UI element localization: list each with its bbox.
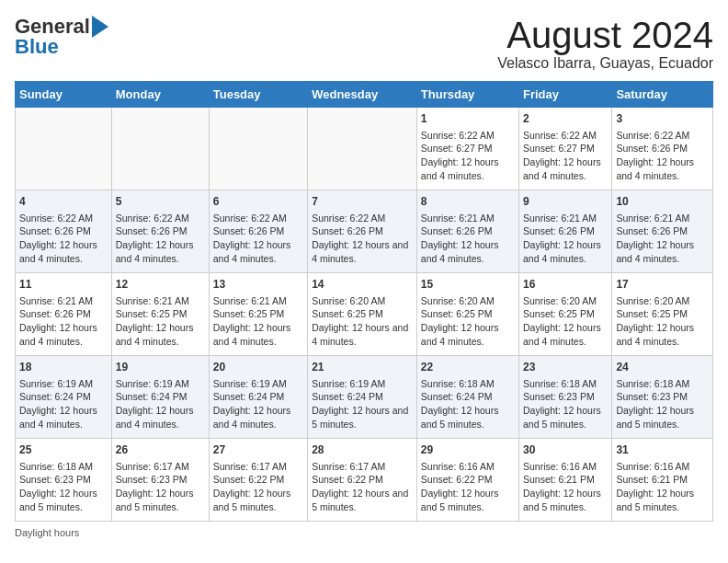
day-info: Sunset: 6:24 PM [312,390,413,404]
day-info: Daylight: 12 hours and 4 minutes. [421,238,515,265]
day-info: Sunrise: 6:16 AM [523,460,608,474]
day-info: Sunrise: 6:18 AM [616,377,709,391]
day-info: Daylight: 12 hours and 4 minutes. [116,238,205,265]
day-info: Sunrise: 6:22 AM [616,129,709,143]
day-info: Sunrise: 6:21 AM [213,294,303,308]
day-info: Sunrise: 6:22 AM [213,212,303,225]
day-info: Sunrise: 6:18 AM [19,460,108,474]
day-number: 11 [19,277,108,293]
footer: Daylight hours [15,527,713,538]
day-info: Sunrise: 6:20 AM [421,294,515,308]
col-header-tuesday: Tuesday [209,82,307,108]
calendar-cell: 16Sunrise: 6:20 AMSunset: 6:25 PMDayligh… [519,273,612,356]
day-info: Sunset: 6:25 PM [213,307,303,321]
day-info: Daylight: 12 hours and 5 minutes. [616,404,709,431]
calendar-cell: 19Sunrise: 6:19 AMSunset: 6:24 PMDayligh… [111,356,209,439]
day-info: Sunrise: 6:21 AM [523,212,608,225]
day-info: Sunset: 6:23 PM [19,473,108,487]
page-header: General Blue August 2024 Velasco Ibarra,… [15,15,713,72]
day-number: 16 [523,277,608,293]
day-info: Sunrise: 6:20 AM [616,294,709,308]
day-info: Sunrise: 6:21 AM [616,212,709,225]
day-info: Daylight: 12 hours and 4 minutes. [523,155,608,182]
logo-arrow-icon [92,16,108,38]
day-info: Sunset: 6:26 PM [116,224,205,238]
calendar-cell: 9Sunrise: 6:21 AMSunset: 6:26 PMDaylight… [519,190,612,273]
day-info: Sunrise: 6:19 AM [213,377,303,391]
day-info: Sunrise: 6:19 AM [19,377,108,391]
calendar-cell: 1Sunrise: 6:22 AMSunset: 6:27 PMDaylight… [416,108,518,190]
day-info: Daylight: 12 hours and 5 minutes. [19,487,108,513]
logo-blue: Blue [15,35,59,59]
col-header-sunday: Sunday [16,82,112,108]
day-info: Sunset: 6:26 PM [19,224,108,238]
day-number: 30 [523,442,608,458]
day-info: Sunset: 6:26 PM [616,142,709,155]
day-info: Daylight: 12 hours and 4 minutes. [616,155,709,182]
daylight-hours-label: Daylight hours [15,527,79,538]
day-number: 28 [312,442,413,458]
col-header-monday: Monday [111,82,209,108]
day-info: Sunset: 6:25 PM [616,307,709,321]
day-info: Sunrise: 6:17 AM [312,460,413,474]
calendar-title: August 2024 [497,15,713,55]
day-info: Sunrise: 6:22 AM [523,129,608,143]
day-info: Sunrise: 6:19 AM [312,377,413,391]
calendar-cell: 4Sunrise: 6:22 AMSunset: 6:26 PMDaylight… [16,190,112,273]
day-info: Sunrise: 6:20 AM [523,294,608,308]
day-info: Sunset: 6:26 PM [616,224,709,238]
calendar-cell: 20Sunrise: 6:19 AMSunset: 6:24 PMDayligh… [209,356,307,439]
calendar-cell [111,108,209,190]
day-number: 23 [523,360,608,375]
col-header-wednesday: Wednesday [308,82,417,108]
day-info: Sunrise: 6:22 AM [421,129,515,143]
calendar-cell: 5Sunrise: 6:22 AMSunset: 6:26 PMDaylight… [111,190,209,273]
day-info: Daylight: 12 hours and 5 minutes. [421,404,515,431]
day-number: 24 [616,360,709,375]
day-number: 12 [116,277,205,293]
calendar-cell: 21Sunrise: 6:19 AMSunset: 6:24 PMDayligh… [308,356,417,439]
day-info: Sunset: 6:21 PM [616,473,709,487]
day-info: Sunrise: 6:22 AM [19,212,108,225]
day-info: Sunset: 6:24 PM [116,390,205,404]
calendar-cell [308,108,417,190]
day-info: Sunrise: 6:18 AM [421,377,515,391]
day-info: Daylight: 12 hours and 5 minutes. [421,487,515,513]
day-info: Sunset: 6:24 PM [421,390,515,404]
day-info: Daylight: 12 hours and 5 minutes. [312,404,413,431]
day-number: 1 [421,111,515,127]
day-info: Daylight: 12 hours and 4 minutes. [421,321,515,348]
day-info: Sunrise: 6:16 AM [616,460,709,474]
day-info: Sunrise: 6:22 AM [116,212,205,225]
day-number: 26 [116,442,205,458]
day-info: Daylight: 12 hours and 4 minutes. [421,155,515,182]
day-info: Daylight: 12 hours and 4 minutes. [213,404,303,431]
day-number: 18 [19,360,108,375]
day-number: 13 [213,277,303,293]
day-info: Daylight: 12 hours and 4 minutes. [19,321,108,348]
calendar-cell: 2Sunrise: 6:22 AMSunset: 6:27 PMDaylight… [519,108,612,190]
calendar-cell: 22Sunrise: 6:18 AMSunset: 6:24 PMDayligh… [416,356,518,439]
day-info: Sunrise: 6:18 AM [523,377,608,391]
day-number: 22 [421,360,515,375]
day-info: Daylight: 12 hours and 4 minutes. [213,238,303,265]
day-info: Daylight: 12 hours and 4 minutes. [616,321,709,348]
calendar-cell: 25Sunrise: 6:18 AMSunset: 6:23 PMDayligh… [16,439,112,522]
calendar-cell: 11Sunrise: 6:21 AMSunset: 6:26 PMDayligh… [16,273,112,356]
calendar-cell: 12Sunrise: 6:21 AMSunset: 6:25 PMDayligh… [111,273,209,356]
day-info: Sunrise: 6:21 AM [421,212,515,225]
day-info: Daylight: 12 hours and 4 minutes. [116,404,205,431]
day-info: Sunset: 6:26 PM [312,224,413,238]
logo: General Blue [15,15,108,59]
calendar-week-4: 18Sunrise: 6:19 AMSunset: 6:24 PMDayligh… [16,356,713,439]
day-number: 25 [19,442,108,458]
day-info: Daylight: 12 hours and 4 minutes. [312,238,413,265]
col-header-friday: Friday [519,82,612,108]
day-number: 17 [616,277,709,293]
calendar-cell: 30Sunrise: 6:16 AMSunset: 6:21 PMDayligh… [519,439,612,522]
calendar-header-row: SundayMondayTuesdayWednesdayThursdayFrid… [16,82,713,108]
calendar-week-5: 25Sunrise: 6:18 AMSunset: 6:23 PMDayligh… [16,439,713,522]
calendar-week-1: 1Sunrise: 6:22 AMSunset: 6:27 PMDaylight… [16,108,713,190]
day-number: 2 [523,111,608,127]
day-number: 31 [616,442,709,458]
